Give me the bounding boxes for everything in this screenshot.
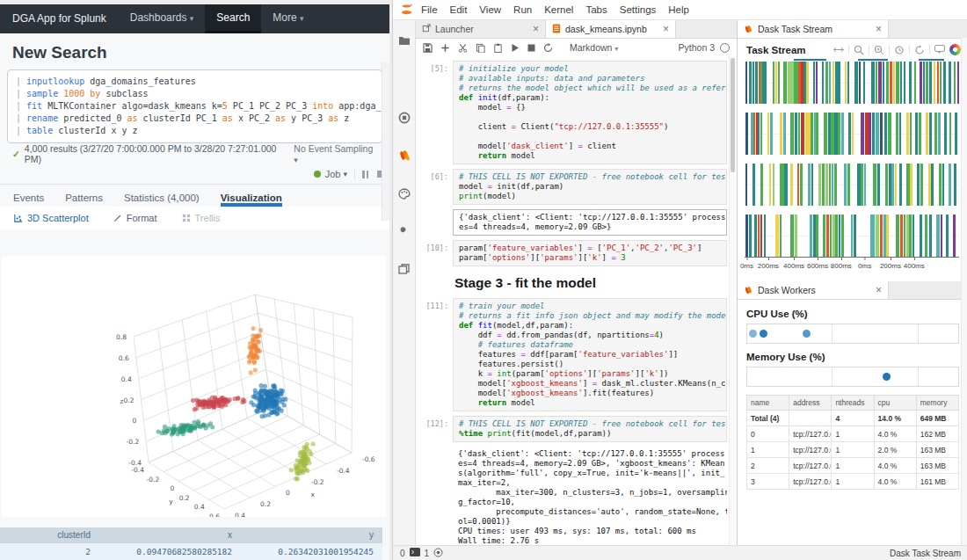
task-rect[interactable] <box>773 164 774 206</box>
wheel-zoom-icon[interactable] <box>874 45 884 55</box>
task-rect[interactable] <box>790 164 793 206</box>
task-rect[interactable] <box>824 113 827 155</box>
task-rect[interactable] <box>919 113 921 155</box>
format-button[interactable]: Format <box>113 213 157 223</box>
hover-tool-icon[interactable] <box>934 45 945 55</box>
task-rect[interactable] <box>823 215 825 257</box>
task-rect[interactable] <box>816 62 818 104</box>
task-rect[interactable] <box>760 164 763 206</box>
menu-file[interactable]: File <box>415 4 444 15</box>
task-rect[interactable] <box>949 62 951 104</box>
task-rect[interactable] <box>834 164 837 206</box>
task-rect[interactable] <box>886 215 889 257</box>
task-rect[interactable] <box>953 215 956 257</box>
task-rect[interactable] <box>870 215 875 257</box>
task-rect[interactable] <box>876 62 877 104</box>
task-rect[interactable] <box>832 164 833 206</box>
task-rect[interactable] <box>957 62 959 104</box>
task-rect[interactable] <box>880 113 883 155</box>
task-rect[interactable] <box>841 215 843 257</box>
workers-column-nthreads[interactable]: nthreads <box>832 396 874 411</box>
task-rect[interactable] <box>920 215 922 257</box>
run-cell-icon[interactable] <box>511 43 520 53</box>
task-rect[interactable] <box>899 164 902 206</box>
task-rect[interactable] <box>940 62 942 104</box>
menu-tabs[interactable]: Tabs <box>579 4 613 15</box>
results-tab-events[interactable]: Events <box>13 193 44 207</box>
task-rect[interactable] <box>885 164 888 206</box>
nav-item-search[interactable]: Search <box>205 4 261 33</box>
task-rect[interactable] <box>780 113 782 155</box>
task-rect[interactable] <box>923 62 925 104</box>
task-rect[interactable] <box>906 164 909 206</box>
results-tab-patterns[interactable]: Patterns <box>65 193 103 207</box>
task-rect[interactable] <box>778 62 780 104</box>
column-header-y[interactable]: y <box>241 527 382 543</box>
task-rect[interactable] <box>954 62 956 104</box>
task-rect[interactable] <box>900 62 902 104</box>
nav-item-dashboards[interactable]: Dashboards ▾ <box>119 4 206 33</box>
trellis-button[interactable]: Trellis <box>182 213 221 223</box>
task-rect[interactable] <box>880 215 883 257</box>
task-rect[interactable] <box>869 113 871 155</box>
task-rect[interactable] <box>770 113 772 155</box>
cell-input[interactable]: param['feature_variables'] = ['PC_1','PC… <box>453 240 727 266</box>
task-rect[interactable] <box>954 164 956 206</box>
task-rect[interactable] <box>760 215 762 257</box>
task-rect[interactable] <box>857 164 860 206</box>
dask-icon[interactable] <box>393 146 415 165</box>
task-rect[interactable] <box>838 62 840 104</box>
splunk-app-title[interactable]: DGA App for Splunk <box>0 4 119 33</box>
task-rect[interactable] <box>939 164 942 206</box>
task-rect[interactable] <box>745 62 747 104</box>
tab-dask-task-stream[interactable]: Dask Task Stream × <box>738 20 889 38</box>
task-rect[interactable] <box>854 62 857 104</box>
box-zoom-icon[interactable] <box>854 45 864 55</box>
task-rect[interactable] <box>941 215 942 257</box>
task-rect[interactable] <box>769 164 771 206</box>
task-rect[interactable] <box>949 164 951 206</box>
open-tabs-icon[interactable] <box>393 259 415 279</box>
task-rect[interactable] <box>888 113 891 155</box>
task-rect[interactable] <box>830 215 832 257</box>
bokeh-logo-icon[interactable] <box>949 44 961 55</box>
task-rect[interactable] <box>876 215 879 257</box>
workers-column-name[interactable]: name <box>747 396 789 411</box>
task-rect[interactable] <box>749 62 751 104</box>
reset-icon[interactable] <box>894 45 905 55</box>
task-rect[interactable] <box>944 113 947 155</box>
task-stream-plot[interactable] <box>745 62 959 257</box>
cell-input[interactable]: # THIS CELL IS NOT EXPORTED - free noteb… <box>453 416 727 442</box>
file-browser-icon[interactable] <box>393 31 415 50</box>
task-rect[interactable] <box>794 62 797 104</box>
task-rect[interactable] <box>780 164 783 206</box>
interrupt-kernel-icon[interactable] <box>527 44 535 52</box>
task-rect[interactable] <box>929 113 932 155</box>
task-rect[interactable] <box>783 113 785 155</box>
column-header-x[interactable]: x <box>99 527 241 543</box>
cut-cells-icon[interactable] <box>458 43 468 53</box>
task-rect[interactable] <box>822 164 825 206</box>
task-rect[interactable] <box>829 62 831 104</box>
task-rect[interactable] <box>790 113 794 155</box>
pause-icon[interactable] <box>362 171 368 178</box>
task-rect[interactable] <box>780 215 782 257</box>
task-rect[interactable] <box>835 215 837 257</box>
task-rect[interactable] <box>754 215 757 257</box>
table-row[interactable]: 20.094706825802851820.26342031001954245 <box>0 543 382 560</box>
task-rect[interactable] <box>859 62 861 104</box>
tab-dask-kmeans-ipynb[interactable]: dask_kmeans.ipynb× <box>546 20 676 38</box>
workers-column-address[interactable]: address <box>789 396 832 411</box>
task-rect[interactable] <box>865 113 869 155</box>
task-rect[interactable] <box>805 113 810 155</box>
notebook-code-cell[interactable]: [5]:# initialize your model # available … <box>416 61 727 164</box>
menu-edit[interactable]: Edit <box>444 4 474 15</box>
task-rect[interactable] <box>835 62 837 104</box>
menu-kernel[interactable]: Kernel <box>538 4 579 15</box>
task-rect[interactable] <box>926 62 928 104</box>
notebook-code-cell[interactable]: [11]:# train your model # returns a fit … <box>416 298 727 411</box>
task-rect[interactable] <box>800 164 802 206</box>
task-rect[interactable] <box>832 62 834 104</box>
worker-row[interactable]: 3tcp://127.0.0.1:14.0 %161 MB <box>747 474 959 490</box>
task-rect[interactable] <box>896 215 899 257</box>
